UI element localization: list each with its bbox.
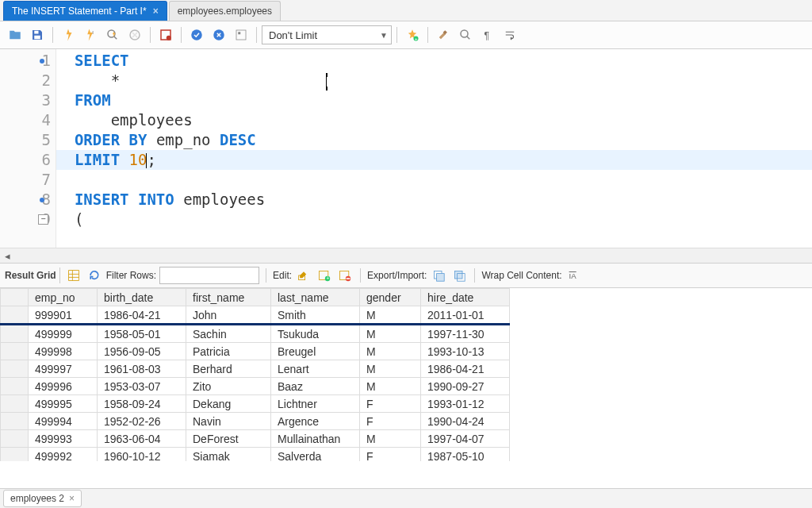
cell[interactable]: M	[360, 306, 421, 325]
wrap-button[interactable]	[500, 25, 520, 45]
cell[interactable]: Lichtner	[271, 395, 360, 413]
cell[interactable]: 1997-11-30	[421, 325, 510, 343]
cell[interactable]: F	[360, 395, 421, 413]
cell[interactable]: 1993-01-12	[421, 395, 510, 413]
cell[interactable]: Salverda	[271, 448, 360, 462]
table-row[interactable]: 4999951958-09-24DekangLichtnerF1993-01-1…	[1, 395, 510, 413]
cell[interactable]: 1993-10-13	[421, 343, 510, 360]
limit-rows-select[interactable]: Don't Limit ▼	[262, 25, 392, 44]
cell[interactable]: F	[360, 448, 421, 462]
cell[interactable]: Tsukuda	[271, 325, 360, 343]
open-file-button[interactable]	[5, 25, 25, 45]
cell[interactable]: Siamak	[186, 448, 271, 462]
cell[interactable]: 499995	[29, 395, 98, 413]
toggle-limit-button[interactable]	[231, 25, 251, 45]
cell[interactable]: 499996	[29, 378, 98, 395]
cell[interactable]: DeForest	[186, 430, 271, 448]
cell[interactable]: 499992	[29, 448, 98, 462]
cell[interactable]: 1961-08-03	[98, 360, 186, 378]
brush-button[interactable]	[433, 25, 454, 45]
import-button[interactable]	[450, 267, 468, 284]
stop-button[interactable]	[124, 25, 145, 45]
find-button[interactable]	[455, 25, 476, 45]
table-row[interactable]: 9999011986-04-21JohnSmithM2011-01-01	[1, 306, 510, 325]
table-row[interactable]: 4999931963-06-04DeForestMullainathanM199…	[1, 430, 510, 448]
cell[interactable]: Berhard	[186, 360, 271, 378]
cell[interactable]: 2011-01-01	[421, 306, 510, 325]
cell[interactable]: M	[360, 360, 421, 378]
cell[interactable]: M	[360, 325, 421, 343]
cell[interactable]: 499993	[29, 430, 98, 448]
wrap-cell-button[interactable]: IA	[565, 267, 583, 284]
close-icon[interactable]: ×	[153, 6, 159, 17]
cell[interactable]: 1963-06-04	[98, 430, 186, 448]
editor-scrollbar[interactable]: ◂	[0, 248, 812, 263]
cell[interactable]: M	[360, 378, 421, 395]
cell[interactable]: Argence	[271, 413, 360, 430]
edit-row-button[interactable]	[295, 267, 312, 284]
cell[interactable]: 1953-03-07	[98, 378, 186, 395]
cell[interactable]: 1958-05-01	[98, 325, 186, 343]
column-header[interactable]: gender	[360, 289, 421, 306]
close-icon[interactable]: ×	[69, 493, 75, 504]
cell[interactable]: 1987-05-10	[421, 448, 510, 462]
cell[interactable]: 1956-09-05	[98, 343, 186, 360]
column-header[interactable]: emp_no	[29, 289, 98, 306]
table-row[interactable]: 4999961953-03-07ZitoBaazM1990-09-27	[1, 378, 510, 395]
export-button[interactable]	[430, 267, 447, 284]
result-tab[interactable]: employees 2 ×	[3, 490, 82, 507]
editor-tab[interactable]: employees.employees	[169, 1, 281, 21]
cell[interactable]: Zito	[186, 378, 271, 395]
table-row[interactable]: 4999981956-09-05PatriciaBreugelM1993-10-…	[1, 343, 510, 360]
rollback-button[interactable]	[209, 25, 229, 45]
cell[interactable]: M	[360, 343, 421, 360]
column-header[interactable]: hire_date	[421, 289, 510, 306]
cell[interactable]: 1990-09-27	[421, 378, 510, 395]
cell[interactable]: 1986-04-21	[98, 306, 186, 325]
cell[interactable]: Mullainathan	[271, 430, 360, 448]
column-header[interactable]: birth_date	[98, 289, 186, 306]
cell[interactable]: Patricia	[186, 343, 271, 360]
cell[interactable]: Baaz	[271, 378, 360, 395]
cell[interactable]: Breugel	[271, 343, 360, 360]
editor-tab[interactable]: The INSERT Statement - Part I*×	[3, 1, 167, 21]
save-button[interactable]	[27, 25, 48, 45]
toggle-autocommit-button[interactable]	[155, 25, 176, 45]
table-row[interactable]: 4999941952-02-26NavinArgenceF1990-04-24	[1, 413, 510, 430]
cell[interactable]: 1986-04-21	[421, 360, 510, 378]
cell[interactable]: 1990-04-24	[421, 413, 510, 430]
table-row[interactable]: 4999921960-10-12SiamakSalverdaF1987-05-1…	[1, 448, 510, 462]
cell[interactable]: 499999	[29, 325, 98, 343]
column-header[interactable]: first_name	[186, 289, 271, 306]
delete-row-button[interactable]	[336, 267, 354, 284]
cell[interactable]: 1952-02-26	[98, 413, 186, 430]
toggle-invisible-button[interactable]: ¶	[477, 25, 498, 45]
cell[interactable]: 499994	[29, 413, 98, 430]
cell[interactable]: 1958-09-24	[98, 395, 186, 413]
cell[interactable]: John	[186, 306, 271, 325]
commit-button[interactable]	[186, 25, 207, 45]
code-area[interactable]: SELECT * FROM employees ORDER BY emp_no …	[56, 49, 812, 248]
cell[interactable]: 1960-10-12	[98, 448, 186, 462]
cell[interactable]: 999901	[29, 306, 98, 325]
cell[interactable]: Lenart	[271, 360, 360, 378]
sql-editor[interactable]: 123456789− SELECT * FROM employees ORDER…	[0, 49, 812, 248]
beautify-button[interactable]: +	[402, 25, 423, 45]
cell[interactable]: F	[360, 413, 421, 430]
execute-button[interactable]	[58, 25, 79, 45]
explain-button[interactable]	[102, 25, 123, 45]
cell[interactable]: 499997	[29, 360, 98, 378]
column-header[interactable]: last_name	[271, 289, 360, 306]
scroll-left-icon[interactable]: ◂	[0, 250, 14, 262]
cell[interactable]: Smith	[271, 306, 360, 325]
cell[interactable]: Dekang	[186, 395, 271, 413]
table-row[interactable]: 4999971961-08-03BerhardLenartM1986-04-21	[1, 360, 510, 378]
cell[interactable]: 499998	[29, 343, 98, 360]
grid-view-button[interactable]	[65, 267, 82, 284]
cell[interactable]: Navin	[186, 413, 271, 430]
result-grid[interactable]: emp_nobirth_datefirst_namelast_namegende…	[0, 288, 812, 461]
table-row[interactable]: 4999991958-05-01SachinTsukudaM1997-11-30	[1, 325, 510, 343]
execute-step-button[interactable]: I	[80, 25, 101, 45]
cell[interactable]: M	[360, 430, 421, 448]
filter-rows-input[interactable]	[159, 267, 259, 284]
